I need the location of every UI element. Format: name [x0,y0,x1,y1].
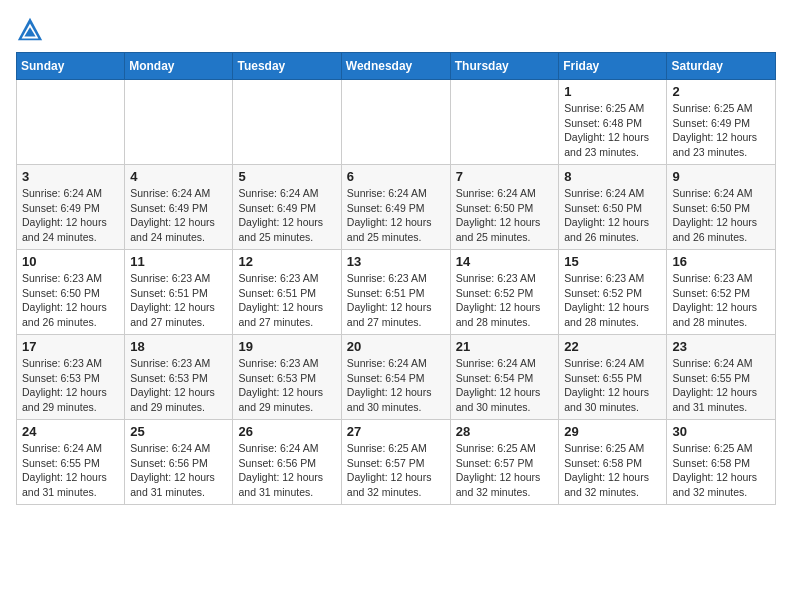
calendar-cell: 8Sunrise: 6:24 AMSunset: 6:50 PMDaylight… [559,165,667,250]
calendar-week-row: 17Sunrise: 6:23 AMSunset: 6:53 PMDayligh… [17,335,776,420]
day-info: Sunrise: 6:23 AMSunset: 6:51 PMDaylight:… [347,271,445,330]
day-info: Sunrise: 6:23 AMSunset: 6:50 PMDaylight:… [22,271,119,330]
day-number: 1 [564,84,661,99]
calendar-cell: 15Sunrise: 6:23 AMSunset: 6:52 PMDayligh… [559,250,667,335]
calendar-cell: 27Sunrise: 6:25 AMSunset: 6:57 PMDayligh… [341,420,450,505]
day-number: 28 [456,424,554,439]
day-number: 22 [564,339,661,354]
day-info: Sunrise: 6:23 AMSunset: 6:53 PMDaylight:… [22,356,119,415]
day-info: Sunrise: 6:23 AMSunset: 6:51 PMDaylight:… [238,271,335,330]
day-number: 21 [456,339,554,354]
calendar-cell: 10Sunrise: 6:23 AMSunset: 6:50 PMDayligh… [17,250,125,335]
calendar-week-row: 3Sunrise: 6:24 AMSunset: 6:49 PMDaylight… [17,165,776,250]
calendar-cell: 3Sunrise: 6:24 AMSunset: 6:49 PMDaylight… [17,165,125,250]
day-info: Sunrise: 6:23 AMSunset: 6:53 PMDaylight:… [238,356,335,415]
calendar-cell: 4Sunrise: 6:24 AMSunset: 6:49 PMDaylight… [125,165,233,250]
calendar-cell: 28Sunrise: 6:25 AMSunset: 6:57 PMDayligh… [450,420,559,505]
day-info: Sunrise: 6:24 AMSunset: 6:54 PMDaylight:… [347,356,445,415]
calendar-cell: 23Sunrise: 6:24 AMSunset: 6:55 PMDayligh… [667,335,776,420]
day-number: 3 [22,169,119,184]
calendar-week-row: 1Sunrise: 6:25 AMSunset: 6:48 PMDaylight… [17,80,776,165]
calendar-cell: 19Sunrise: 6:23 AMSunset: 6:53 PMDayligh… [233,335,341,420]
day-info: Sunrise: 6:25 AMSunset: 6:48 PMDaylight:… [564,101,661,160]
weekday-header: Tuesday [233,53,341,80]
day-info: Sunrise: 6:24 AMSunset: 6:54 PMDaylight:… [456,356,554,415]
day-number: 7 [456,169,554,184]
calendar-cell: 9Sunrise: 6:24 AMSunset: 6:50 PMDaylight… [667,165,776,250]
calendar-header: SundayMondayTuesdayWednesdayThursdayFrid… [17,53,776,80]
day-number: 26 [238,424,335,439]
calendar-cell: 1Sunrise: 6:25 AMSunset: 6:48 PMDaylight… [559,80,667,165]
day-info: Sunrise: 6:25 AMSunset: 6:58 PMDaylight:… [564,441,661,500]
logo-icon [16,16,44,44]
calendar-cell [341,80,450,165]
day-number: 12 [238,254,335,269]
day-number: 16 [672,254,770,269]
calendar-cell: 5Sunrise: 6:24 AMSunset: 6:49 PMDaylight… [233,165,341,250]
calendar-cell: 25Sunrise: 6:24 AMSunset: 6:56 PMDayligh… [125,420,233,505]
day-number: 20 [347,339,445,354]
calendar-cell: 13Sunrise: 6:23 AMSunset: 6:51 PMDayligh… [341,250,450,335]
calendar-cell: 12Sunrise: 6:23 AMSunset: 6:51 PMDayligh… [233,250,341,335]
weekday-header: Friday [559,53,667,80]
calendar-cell [450,80,559,165]
day-info: Sunrise: 6:24 AMSunset: 6:49 PMDaylight:… [130,186,227,245]
calendar-cell: 29Sunrise: 6:25 AMSunset: 6:58 PMDayligh… [559,420,667,505]
calendar-cell [17,80,125,165]
logo [16,16,48,44]
day-number: 13 [347,254,445,269]
calendar-cell: 11Sunrise: 6:23 AMSunset: 6:51 PMDayligh… [125,250,233,335]
day-info: Sunrise: 6:24 AMSunset: 6:49 PMDaylight:… [22,186,119,245]
calendar-cell: 21Sunrise: 6:24 AMSunset: 6:54 PMDayligh… [450,335,559,420]
calendar-week-row: 24Sunrise: 6:24 AMSunset: 6:55 PMDayligh… [17,420,776,505]
day-number: 19 [238,339,335,354]
day-info: Sunrise: 6:24 AMSunset: 6:55 PMDaylight:… [564,356,661,415]
day-number: 11 [130,254,227,269]
day-info: Sunrise: 6:24 AMSunset: 6:55 PMDaylight:… [22,441,119,500]
day-info: Sunrise: 6:24 AMSunset: 6:50 PMDaylight:… [564,186,661,245]
calendar-week-row: 10Sunrise: 6:23 AMSunset: 6:50 PMDayligh… [17,250,776,335]
weekday-header: Monday [125,53,233,80]
day-number: 14 [456,254,554,269]
calendar-cell: 14Sunrise: 6:23 AMSunset: 6:52 PMDayligh… [450,250,559,335]
day-number: 30 [672,424,770,439]
calendar-cell: 20Sunrise: 6:24 AMSunset: 6:54 PMDayligh… [341,335,450,420]
calendar-cell: 26Sunrise: 6:24 AMSunset: 6:56 PMDayligh… [233,420,341,505]
day-info: Sunrise: 6:24 AMSunset: 6:49 PMDaylight:… [347,186,445,245]
calendar-cell [125,80,233,165]
calendar-cell: 24Sunrise: 6:24 AMSunset: 6:55 PMDayligh… [17,420,125,505]
weekday-header: Saturday [667,53,776,80]
day-number: 2 [672,84,770,99]
day-number: 17 [22,339,119,354]
calendar-cell: 30Sunrise: 6:25 AMSunset: 6:58 PMDayligh… [667,420,776,505]
day-info: Sunrise: 6:25 AMSunset: 6:49 PMDaylight:… [672,101,770,160]
day-number: 4 [130,169,227,184]
calendar-cell: 6Sunrise: 6:24 AMSunset: 6:49 PMDaylight… [341,165,450,250]
page-header [16,16,776,44]
calendar-cell: 2Sunrise: 6:25 AMSunset: 6:49 PMDaylight… [667,80,776,165]
day-info: Sunrise: 6:23 AMSunset: 6:51 PMDaylight:… [130,271,227,330]
day-number: 15 [564,254,661,269]
day-number: 23 [672,339,770,354]
day-number: 5 [238,169,335,184]
day-info: Sunrise: 6:23 AMSunset: 6:52 PMDaylight:… [456,271,554,330]
weekday-header: Wednesday [341,53,450,80]
day-info: Sunrise: 6:24 AMSunset: 6:50 PMDaylight:… [672,186,770,245]
calendar-cell [233,80,341,165]
day-info: Sunrise: 6:24 AMSunset: 6:56 PMDaylight:… [130,441,227,500]
calendar-body: 1Sunrise: 6:25 AMSunset: 6:48 PMDaylight… [17,80,776,505]
day-info: Sunrise: 6:23 AMSunset: 6:52 PMDaylight:… [564,271,661,330]
calendar-table: SundayMondayTuesdayWednesdayThursdayFrid… [16,52,776,505]
day-number: 25 [130,424,227,439]
weekday-header: Sunday [17,53,125,80]
day-number: 10 [22,254,119,269]
day-info: Sunrise: 6:24 AMSunset: 6:55 PMDaylight:… [672,356,770,415]
day-info: Sunrise: 6:25 AMSunset: 6:57 PMDaylight:… [347,441,445,500]
day-number: 6 [347,169,445,184]
calendar-cell: 17Sunrise: 6:23 AMSunset: 6:53 PMDayligh… [17,335,125,420]
day-info: Sunrise: 6:25 AMSunset: 6:57 PMDaylight:… [456,441,554,500]
day-info: Sunrise: 6:24 AMSunset: 6:50 PMDaylight:… [456,186,554,245]
calendar-cell: 18Sunrise: 6:23 AMSunset: 6:53 PMDayligh… [125,335,233,420]
day-number: 9 [672,169,770,184]
day-info: Sunrise: 6:25 AMSunset: 6:58 PMDaylight:… [672,441,770,500]
